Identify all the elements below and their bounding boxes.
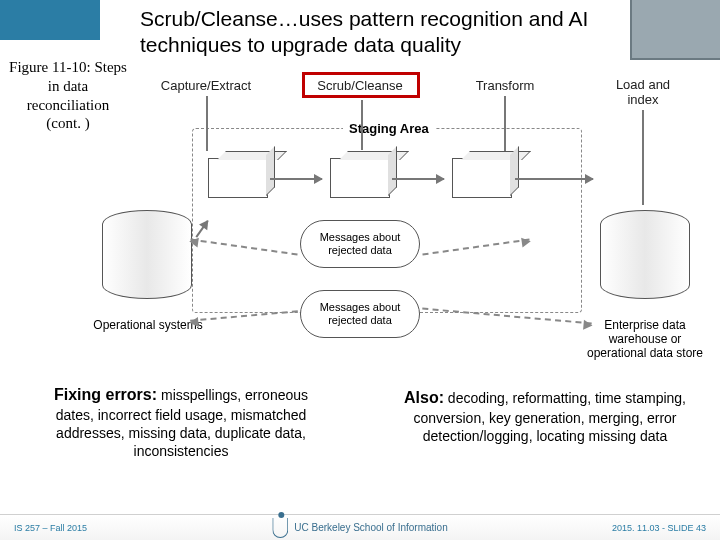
scrub-highlight-box — [302, 72, 420, 98]
step-transform-label: Transform — [465, 78, 545, 93]
desc-right-lead: Also: — [404, 389, 444, 406]
slide-footer: IS 257 – Fall 2015 UC Berkeley School of… — [0, 514, 720, 540]
warehouse-db-label: Enterprise data warehouse or operational… — [585, 318, 705, 360]
operational-db-icon — [102, 210, 192, 310]
scrub-box — [330, 158, 390, 198]
desc-fixing-errors: Fixing errors: misspellings, erroneous d… — [36, 385, 326, 460]
rejected-cloud-top: Messages about rejected data — [300, 220, 420, 268]
step-capture-label: Capture/Extract — [156, 78, 256, 93]
ischool-logo-icon — [272, 518, 288, 538]
warehouse-db-icon — [600, 210, 690, 310]
slide-title: Scrub/Cleanse…uses pattern recognition a… — [140, 6, 640, 59]
footer-slide-number: 2015. 11.03 - SLIDE 43 — [612, 523, 706, 533]
desc-also: Also: decoding, reformatting, time stamp… — [400, 388, 690, 445]
staging-area-label: Staging Area — [343, 121, 435, 136]
reconciliation-diagram: Staging Area Capture/Extract Scrub/Clean… — [130, 60, 710, 380]
arrow-capture-scrub — [270, 178, 322, 180]
footer-course-label: IS 257 – Fall 2015 — [0, 523, 87, 533]
arrow-transform-load — [515, 178, 593, 180]
transform-box — [452, 158, 512, 198]
figure-caption: Figure 11-10: Steps in data reconciliati… — [8, 58, 128, 133]
capture-box — [208, 158, 268, 198]
step-load-label: Load and index — [608, 78, 678, 108]
footer-school-label: UC Berkeley School of Information — [272, 518, 447, 538]
arrow-label-load — [642, 110, 644, 205]
arrow-scrub-transform — [392, 178, 444, 180]
rejected-cloud-bottom: Messages about rejected data — [300, 290, 420, 338]
header-accent-bar — [0, 0, 100, 40]
arrow-label-capture — [206, 96, 208, 151]
header-decorative-image — [630, 0, 720, 60]
arrow-label-transform — [504, 96, 506, 151]
desc-left-lead: Fixing errors: — [54, 386, 157, 403]
footer-center-text: UC Berkeley School of Information — [294, 522, 447, 533]
desc-right-rest: decoding, reformatting, time stamping, c… — [413, 390, 686, 444]
arrow-label-scrub — [361, 100, 363, 150]
